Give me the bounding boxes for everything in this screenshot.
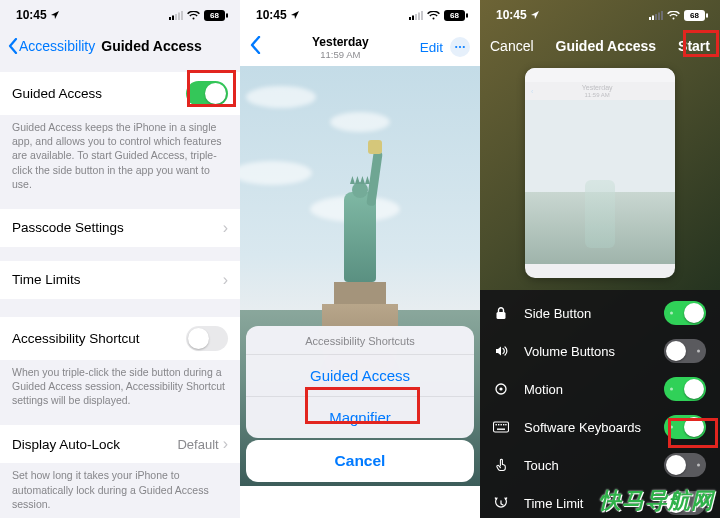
nav-bar: Accessibility Guided Access bbox=[0, 30, 240, 62]
svg-rect-4 bbox=[181, 11, 183, 20]
sheet-cancel-button[interactable]: Cancel bbox=[246, 440, 474, 482]
row-label: Passcode Settings bbox=[12, 220, 124, 235]
svg-point-16 bbox=[455, 46, 457, 48]
battery-icon: 68 bbox=[204, 10, 228, 21]
back-button[interactable]: Accessibility bbox=[8, 38, 95, 54]
motion-icon bbox=[492, 382, 510, 396]
sheet-title: Accessibility Shortcuts bbox=[246, 326, 474, 354]
svg-rect-11 bbox=[418, 12, 420, 20]
option-label: Touch bbox=[524, 458, 650, 473]
svg-text:68: 68 bbox=[210, 11, 219, 20]
passcode-settings-row[interactable]: Passcode Settings › bbox=[0, 209, 240, 247]
svg-rect-3 bbox=[178, 12, 180, 20]
nav-bar: Cancel Guided Access Start bbox=[480, 30, 720, 62]
row-value: Default bbox=[177, 437, 218, 452]
option-label: Time Limit bbox=[524, 496, 650, 511]
chevron-right-icon: › bbox=[223, 220, 228, 236]
back-label: Accessibility bbox=[19, 38, 95, 54]
status-time: 10:45 bbox=[256, 8, 287, 22]
option-toggle[interactable] bbox=[664, 377, 706, 401]
option-toggle[interactable] bbox=[664, 415, 706, 439]
time-limits-row[interactable]: Time Limits › bbox=[0, 261, 240, 299]
option-label: Volume Buttons bbox=[524, 344, 650, 359]
svg-rect-25 bbox=[706, 13, 708, 17]
row-label: Accessibility Shortcut bbox=[12, 331, 140, 346]
svg-rect-10 bbox=[415, 14, 417, 20]
keyboard-icon bbox=[492, 421, 510, 433]
svg-rect-9 bbox=[412, 15, 414, 20]
svg-rect-0 bbox=[169, 17, 171, 20]
svg-rect-21 bbox=[655, 14, 657, 20]
guided-access-toggle-row: Guided Access bbox=[0, 72, 240, 115]
option-row-time: Time Limit bbox=[480, 484, 720, 518]
accessibility-shortcut-toggle[interactable] bbox=[186, 326, 228, 351]
option-toggle[interactable] bbox=[664, 301, 706, 325]
speaker-icon bbox=[492, 344, 510, 358]
guided-access-toggle[interactable] bbox=[186, 81, 228, 106]
guided-access-screen: 10:45 68 Cancel Guided Access Start ‹ bbox=[480, 0, 720, 518]
options-panel: Side ButtonVolume ButtonsMotionSoftware … bbox=[480, 290, 720, 518]
touch-icon bbox=[492, 458, 510, 472]
status-time: 10:45 bbox=[496, 8, 527, 22]
sheet-option-guided-access[interactable]: Guided Access bbox=[246, 354, 474, 396]
status-time: 10:45 bbox=[16, 8, 47, 22]
option-row-speaker: Volume Buttons bbox=[480, 332, 720, 370]
svg-rect-19 bbox=[649, 17, 651, 20]
signal-icon bbox=[649, 11, 663, 20]
svg-rect-12 bbox=[421, 11, 423, 20]
option-toggle[interactable] bbox=[664, 339, 706, 363]
svg-text:68: 68 bbox=[450, 11, 459, 20]
option-toggle[interactable] bbox=[664, 453, 706, 477]
row-label: Time Limits bbox=[12, 272, 81, 287]
svg-rect-22 bbox=[658, 12, 660, 20]
preview-title: Yesterday bbox=[582, 84, 613, 92]
app-preview[interactable]: ‹ Yesterday 11:59 AM bbox=[525, 68, 675, 278]
wifi-icon bbox=[187, 11, 200, 20]
chevron-right-icon: › bbox=[223, 436, 228, 452]
sheet-option-magnifier[interactable]: Magnifier bbox=[246, 396, 474, 438]
option-toggle[interactable] bbox=[664, 491, 706, 515]
back-button[interactable] bbox=[250, 36, 261, 59]
svg-rect-34 bbox=[503, 424, 504, 425]
start-button[interactable]: Start bbox=[678, 38, 710, 54]
more-button[interactable] bbox=[450, 37, 470, 57]
lock-icon bbox=[492, 306, 510, 320]
nav-subtitle: 11:59 AM bbox=[312, 49, 369, 60]
time-icon bbox=[492, 496, 510, 510]
guided-access-footer: Guided Access keeps the iPhone in a sing… bbox=[0, 115, 240, 191]
svg-rect-36 bbox=[497, 429, 505, 430]
svg-rect-33 bbox=[501, 424, 502, 425]
svg-rect-30 bbox=[494, 422, 509, 432]
photo-viewer[interactable]: Accessibility Shortcuts Guided Access Ma… bbox=[240, 66, 480, 486]
svg-rect-31 bbox=[496, 424, 497, 425]
nav-bar: Yesterday 11:59 AM Edit bbox=[240, 30, 480, 64]
svg-point-29 bbox=[499, 387, 502, 390]
svg-rect-14 bbox=[466, 13, 468, 17]
display-auto-lock-row[interactable]: Display Auto-Lock Default › bbox=[0, 425, 240, 463]
location-icon bbox=[530, 10, 540, 20]
page-title: Guided Access bbox=[556, 38, 657, 54]
svg-rect-35 bbox=[505, 424, 506, 425]
chevron-right-icon: › bbox=[223, 272, 228, 288]
photos-screen: 10:45 68 Yesterday 11:59 AM Edit bbox=[240, 0, 480, 518]
signal-icon bbox=[169, 11, 183, 20]
status-bar: 10:45 68 bbox=[240, 0, 480, 30]
option-label: Motion bbox=[524, 382, 650, 397]
cancel-button[interactable]: Cancel bbox=[490, 38, 534, 54]
page-title: Guided Access bbox=[101, 38, 202, 54]
shortcut-footer: When you triple-click the side button du… bbox=[0, 360, 240, 408]
action-sheet: Accessibility Shortcuts Guided Access Ma… bbox=[246, 326, 474, 438]
chevron-left-icon: ‹ bbox=[531, 88, 533, 95]
edit-button[interactable]: Edit bbox=[420, 40, 443, 55]
preview-subtitle: 11:59 AM bbox=[582, 92, 613, 99]
signal-icon bbox=[409, 11, 423, 20]
option-row-motion: Motion bbox=[480, 370, 720, 408]
option-row-keyboard: Software Keyboards bbox=[480, 408, 720, 446]
nav-title: Yesterday bbox=[312, 35, 369, 49]
location-icon bbox=[50, 10, 60, 20]
svg-rect-1 bbox=[172, 15, 174, 20]
svg-rect-2 bbox=[175, 14, 177, 20]
option-label: Software Keyboards bbox=[524, 420, 650, 435]
battery-icon: 68 bbox=[444, 10, 468, 21]
option-row-lock: Side Button bbox=[480, 294, 720, 332]
